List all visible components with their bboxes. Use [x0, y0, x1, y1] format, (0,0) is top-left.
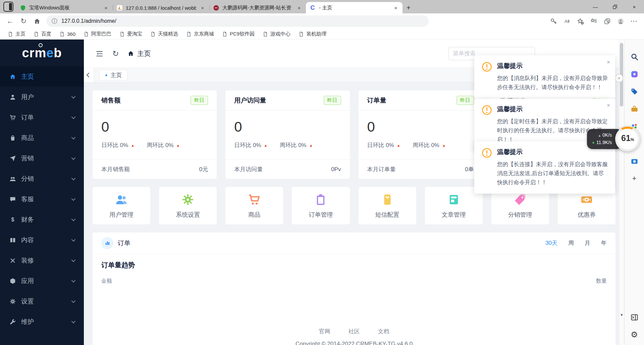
quick-link-products[interactable]: 商品	[225, 187, 283, 224]
chevron-down-icon	[71, 278, 76, 283]
password-key-icon[interactable]	[547, 15, 559, 27]
sidebar-item-users[interactable]: 用户	[0, 87, 84, 107]
screenshot-icon[interactable]	[629, 156, 639, 166]
range-year[interactable]: 年	[601, 239, 607, 247]
bookmark-item[interactable]: 天猫精选	[147, 30, 181, 38]
browser-tab-admin-home[interactable]: C - 主页 ×	[306, 2, 402, 13]
browser-tab-dapeng[interactable]: 大鹏源码网-大鹏资源网-站长资 ×	[209, 2, 306, 13]
minimize-button[interactable]: —	[586, 0, 605, 13]
profile-avatar[interactable]	[614, 15, 627, 27]
bookmarks-bar: 主页 百度 360 阿里巴巴 爱淘宝 天猫精选 京东商城 PC9软件园 游戏中心…	[0, 29, 644, 40]
favorites-icon[interactable]	[588, 15, 600, 27]
phpmyadmin-favicon	[116, 4, 123, 11]
stat-card-orders: 订单量昨日 0 日环比 0%▲ 周环比 0%▲ 本月订单量0单	[359, 90, 483, 179]
bookmark-item[interactable]: 阿里巴巴	[80, 30, 114, 38]
toast-close-icon[interactable]: ×	[607, 59, 610, 66]
sidebar-item-apps[interactable]: 应用	[0, 271, 84, 291]
more-menu-icon[interactable]: ⋯	[628, 15, 640, 27]
sidebar-item-maintenance[interactable]: 维护	[0, 312, 84, 332]
tab-close-icon[interactable]: ×	[296, 5, 303, 11]
quick-link-user-management[interactable]: 用户管理	[93, 187, 150, 224]
quick-link-order-management[interactable]: 订单管理	[292, 187, 350, 224]
percent-value: 61	[621, 134, 631, 142]
bookmark-item[interactable]: 装机助理	[296, 30, 329, 38]
warning-icon	[482, 148, 492, 187]
sidebar-item-products[interactable]: 商品	[0, 128, 84, 148]
bookmark-item[interactable]: 百度	[31, 30, 54, 38]
sidebar-item-service[interactable]: 客服	[0, 189, 84, 209]
sidebar-item-marketing[interactable]: 营销	[0, 148, 84, 168]
range-30days[interactable]: 30天	[545, 239, 557, 247]
footer-link-docs[interactable]: 文档	[378, 328, 389, 335]
range-month[interactable]: 月	[585, 239, 590, 247]
toast-close-icon[interactable]: ×	[607, 102, 610, 109]
bookmark-item[interactable]: 京东商城	[183, 30, 217, 38]
tab-close-icon[interactable]: ×	[103, 5, 109, 11]
yesterday-badge[interactable]: 昨日	[457, 96, 474, 105]
read-aloud-icon[interactable]	[561, 15, 573, 27]
tools-icon	[9, 257, 16, 264]
tabstrip-scroll-left[interactable]	[84, 68, 94, 82]
shopping-tag-icon[interactable]	[629, 86, 639, 96]
quick-link-sms-config[interactable]: 短信配置	[359, 187, 416, 224]
panel-toggle-icon[interactable]	[629, 312, 639, 322]
collections-icon[interactable]	[601, 15, 613, 27]
range-week[interactable]: 周	[568, 239, 574, 247]
speed-monitor-widget[interactable]: ▲ 0K/s ▼ 11.9K/s 61 %	[587, 127, 640, 151]
sidebar-settings-gear-icon[interactable]: ⚙	[629, 330, 639, 340]
tab-workspaces-icon[interactable]	[3, 2, 13, 12]
copilot-icon[interactable]	[629, 69, 639, 79]
quick-link-article-management[interactable]: 文章管理	[425, 187, 483, 224]
active-dot-icon: ●	[105, 73, 107, 77]
sidebar-item-decoration[interactable]: 装修	[0, 250, 84, 271]
percent-ring[interactable]: 61 %	[615, 127, 640, 151]
bookmark-item[interactable]: 主页	[5, 30, 29, 38]
sidebar-item-distribution[interactable]: 分销	[0, 168, 84, 189]
stat-value: 0	[101, 117, 208, 137]
stat-value: 0	[234, 117, 341, 137]
address-bar[interactable]: ⓘ 127.0.0.1/admin/home/	[46, 15, 429, 27]
dapeng-favicon	[213, 4, 219, 11]
sidebar-item-content[interactable]: 内容	[0, 230, 84, 250]
toolbox-icon[interactable]	[629, 104, 639, 114]
home-icon	[127, 50, 134, 57]
browser-tab-baota[interactable]: 宝塔Windows面板 ×	[16, 2, 113, 13]
browser-tab-phpmyadmin[interactable]: 127.0.0.1:888 / localhost / wobbt ×	[113, 2, 209, 13]
add-sidebar-icon[interactable]: +	[629, 174, 639, 184]
footer-link-community[interactable]: 社区	[348, 328, 360, 335]
tab-title: 宝塔Windows面板	[29, 5, 100, 11]
quick-link-system-settings[interactable]: 系统设置	[159, 187, 217, 224]
yesterday-badge[interactable]: 昨日	[191, 96, 208, 105]
bookmark-item[interactable]: PC9软件园	[219, 30, 258, 38]
sidebar-item-finance[interactable]: 财务	[0, 209, 84, 230]
collapse-menu-icon[interactable]	[95, 50, 104, 58]
back-icon[interactable]: ←	[4, 15, 16, 27]
close-button[interactable]: ×	[625, 0, 644, 13]
footer-link-official[interactable]: 官网	[319, 328, 330, 335]
bookmark-item[interactable]: 360	[56, 30, 78, 38]
bookmark-item[interactable]: 游戏中心	[260, 30, 293, 38]
refresh-icon[interactable]: ↻	[17, 15, 30, 27]
coupon-icon	[580, 193, 593, 206]
circle-close-icon[interactable]: ×	[615, 74, 623, 82]
sidebar-item-settings[interactable]: 设置	[0, 291, 84, 312]
page-tab-home[interactable]: ● 主页	[99, 70, 127, 80]
download-arrow-icon: ▼	[592, 141, 595, 145]
tab-close-icon[interactable]: ×	[199, 5, 206, 11]
new-tab-button[interactable]: +	[402, 2, 415, 13]
browser-home-icon[interactable]	[31, 15, 43, 27]
restore-button[interactable]	[605, 0, 625, 13]
scrollbar-down-arrow[interactable]: ▼	[619, 313, 624, 317]
search-icon[interactable]	[629, 52, 639, 62]
percent-sign: %	[631, 137, 634, 142]
add-favorite-icon[interactable]	[574, 15, 586, 27]
yesterday-badge[interactable]: 昨日	[324, 96, 341, 105]
sidebar-item-orders[interactable]: 订单	[0, 107, 84, 128]
page-scrollbar[interactable]: ▼	[619, 40, 624, 345]
bookmark-item[interactable]: 爱淘宝	[116, 30, 145, 38]
group-icon	[9, 176, 16, 182]
tab-close-icon[interactable]: ×	[392, 5, 399, 11]
sidebar-item-home[interactable]: 主页	[0, 66, 84, 87]
refresh-page-icon[interactable]: ↻	[112, 49, 119, 58]
site-info-icon[interactable]: ⓘ	[52, 17, 57, 25]
